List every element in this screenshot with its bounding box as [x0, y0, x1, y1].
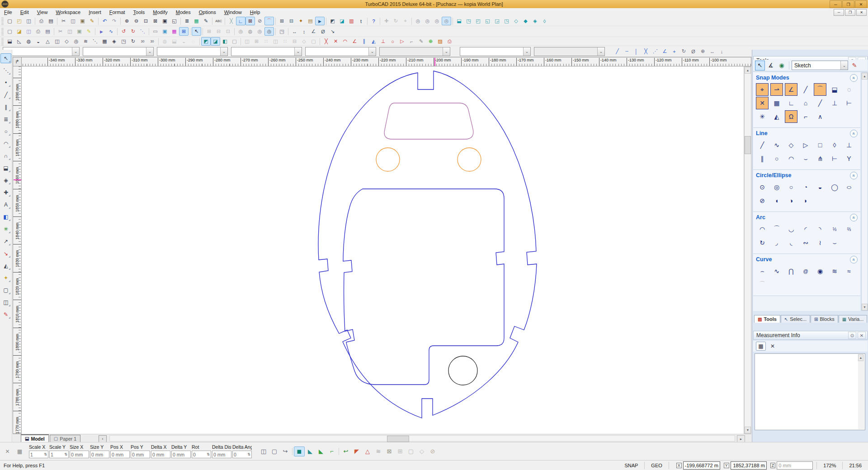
circle-tan-2-icon[interactable]: ◯ [828, 181, 841, 193]
field-delta-y[interactable]: 0 mm [171, 451, 191, 458]
field-delta-ang[interactable]: 0⇅ [232, 451, 252, 458]
zoom-extents-icon[interactable]: ⊠ [151, 17, 160, 25]
line-parallel-icon[interactable]: ∥ [756, 152, 769, 165]
print-2-icon[interactable]: ⎙ [33, 27, 43, 36]
tab-tools[interactable]: ▨Tools [754, 315, 780, 323]
chevron-down-icon[interactable]: ⌄ [368, 47, 376, 56]
zoom-previous-icon[interactable]: ◱ [170, 17, 179, 25]
context-help-icon[interactable]: ? [369, 17, 378, 25]
arc-ratio-icon[interactable]: ⌣ [828, 236, 841, 249]
field-scale-x[interactable]: 1⇅ [29, 451, 48, 458]
construction-v-icon[interactable]: ↓ [717, 47, 726, 56]
arc-2-1-3-icon[interactable]: ⅔ [843, 223, 855, 235]
frame-image-icon[interactable]: ▣ [160, 27, 170, 36]
snap-divide-icon[interactable]: ✳ [756, 110, 769, 123]
view-back-icon[interactable]: ◈ [530, 17, 540, 25]
workplane-mode-icon[interactable]: ◣ [305, 446, 316, 456]
look-at-icon[interactable]: ⌖ [401, 17, 410, 25]
curve-tool-icon[interactable]: ∩ [0, 151, 11, 161]
snap-bisector-icon[interactable]: ∧ [814, 110, 826, 123]
report-grid-icon[interactable]: ▦ [756, 342, 766, 351]
construction-circle-icon[interactable]: ⊕ [698, 47, 708, 56]
line-single-icon[interactable]: ╱ [756, 139, 769, 151]
facet-off-icon[interactable]: ◧ [220, 37, 230, 46]
save-as-icon[interactable]: ◫ [24, 27, 33, 36]
pen-edit-icon[interactable]: ✎ [416, 37, 426, 46]
dim-angle-icon[interactable]: ∠ [309, 27, 318, 36]
view-iso-se-icon[interactable]: ◇ [511, 17, 521, 25]
arc-tangent-icon[interactable]: ◝ [814, 223, 826, 235]
circle-concentric-icon[interactable]: ◎ [770, 181, 783, 193]
field-delta-dist[interactable]: 0 mm [212, 451, 231, 458]
insert-block-icon[interactable]: ⊟ [287, 17, 296, 25]
inner-cutout[interactable] [343, 189, 504, 385]
palette-scroll-down-icon[interactable]: ▼ [862, 304, 868, 310]
copy-tool-1-icon[interactable]: ◫ [242, 37, 252, 46]
tab-paper1[interactable]: ▢Paper 1 [50, 435, 80, 442]
scroll-up-icon[interactable]: ▲ [745, 67, 751, 74]
field-delta-x[interactable]: 0 mm [151, 451, 170, 458]
make-group-icon[interactable]: ◫ [258, 446, 269, 456]
chevron-down-icon[interactable]: ⌄ [597, 47, 604, 56]
arc-3-point-icon[interactable]: ◜ [799, 223, 812, 235]
zoom-window-icon[interactable]: ⊡ [141, 17, 151, 25]
pen-style-icon[interactable]: ✎ [201, 17, 211, 25]
property-combo-1[interactable]: ⌄ [3, 47, 80, 56]
arc-concentric-icon[interactable]: ⌒ [770, 223, 783, 235]
line-angular-icon[interactable]: Y [843, 152, 855, 165]
frame-1-icon[interactable]: ⊞ [395, 446, 406, 456]
curve-fit-icon[interactable]: ⋂ [785, 265, 797, 277]
circle-2-point-icon[interactable]: ○ [785, 181, 797, 193]
property-combo-8[interactable]: ⌄ [460, 47, 531, 56]
snap-vertex-icon[interactable]: ∠ [785, 83, 797, 96]
material-icon[interactable]: ◪ [337, 17, 347, 25]
spinner-icon[interactable]: ⇅ [247, 452, 250, 456]
frame-3-icon[interactable]: ◇ [416, 446, 427, 456]
chamfer-icon[interactable]: ∠ [350, 37, 359, 46]
construction-dash-icon[interactable]: ┄ [622, 47, 632, 56]
corner-tool-icon[interactable]: ⌐ [407, 37, 416, 46]
boolean-tool-icon[interactable]: ◭ [0, 261, 11, 271]
add-node-icon[interactable]: ⊕ [426, 37, 435, 46]
circle-3-point-icon[interactable]: ◔ [799, 181, 812, 193]
color-grid-icon[interactable]: ▦ [170, 27, 179, 36]
snap-perpendicular-icon[interactable]: ∟ [785, 97, 797, 109]
snap-arc-center-icon[interactable]: ⌒ [814, 83, 826, 96]
snap-corner-icon[interactable]: ⌐ [799, 110, 812, 123]
spinner-icon[interactable]: ⇅ [207, 452, 210, 456]
menu-modes[interactable]: Modes [172, 9, 195, 15]
arc-tool-icon[interactable]: ◠ [0, 139, 11, 149]
measurement-scrollbar[interactable]: ▲ [858, 354, 864, 429]
view-iso-sw-icon[interactable]: ◆ [521, 17, 530, 25]
orbit-view-icon[interactable]: ↻ [391, 17, 401, 25]
construction-cross-icon[interactable]: ╳ [641, 47, 651, 56]
text-tool-icon[interactable]: A [0, 200, 11, 210]
stack-icon[interactable]: ≋ [373, 446, 384, 456]
arc-edit-2-icon[interactable]: ↻ [128, 27, 138, 36]
measure-tool-icon[interactable]: ↘ [0, 249, 11, 258]
line-rotated-rectangle-icon[interactable]: ◊ [828, 139, 841, 151]
copy-2-icon[interactable]: ◫ [65, 27, 75, 36]
curve-spiral-icon[interactable]: @ [799, 265, 812, 277]
explode-tool-icon[interactable]: ✦ [0, 273, 11, 283]
palette-scroll-up-icon[interactable]: ▲ [862, 73, 868, 80]
ellipse-icon[interactable]: ○ [840, 181, 859, 193]
curve-helix-icon[interactable]: ◉ [814, 265, 826, 277]
pan-view-icon[interactable]: ✚ [382, 17, 391, 25]
cut-icon[interactable]: ✂ [59, 17, 68, 25]
menu-insert[interactable]: Insert [85, 9, 105, 15]
snap-intersection-icon[interactable]: ✕ [756, 97, 769, 109]
facet-edit-icon[interactable]: ◪ [211, 37, 220, 46]
clear-selection-icon[interactable]: ✕ [3, 447, 12, 456]
view-iso-ne-icon[interactable]: ⬓ [454, 17, 464, 25]
frame-2-icon[interactable]: ▢ [406, 446, 416, 456]
dimension-tool-icon[interactable]: ↗ [0, 236, 11, 246]
frame-off-icon[interactable]: ⊘ [427, 446, 438, 456]
coordinate-table-icon[interactable]: ▦ [15, 447, 24, 456]
box-3d-icon[interactable]: ⬓ [5, 37, 14, 46]
pin-icon[interactable]: ⊙ [848, 332, 856, 339]
canopy-cutout[interactable] [384, 103, 473, 139]
undo-selection-icon[interactable]: ↩ [340, 446, 351, 456]
edit-nodes-icon[interactable]: ⋱ [138, 27, 147, 36]
construction-line-icon[interactable]: ╱ [613, 47, 622, 56]
